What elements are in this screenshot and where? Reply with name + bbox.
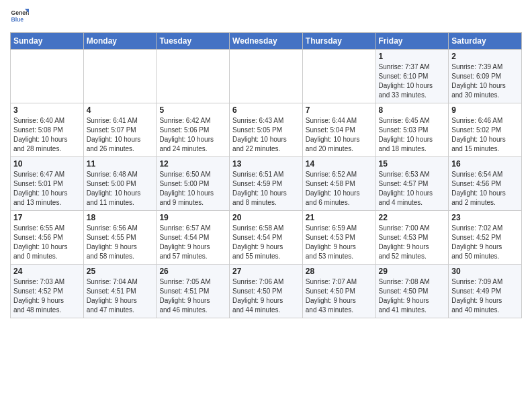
day-header-thursday: Thursday bbox=[302, 33, 375, 50]
day-info: Sunrise: 7:09 AMSunset: 4:49 PMDaylight:… bbox=[451, 277, 519, 315]
day-number: 23 bbox=[451, 213, 519, 222]
day-cell: 2Sunrise: 7:39 AMSunset: 6:09 PMDaylight… bbox=[449, 50, 522, 103]
day-cell: 4Sunrise: 6:41 AMSunset: 5:07 PMDaylight… bbox=[83, 103, 157, 157]
day-cell: 8Sunrise: 6:45 AMSunset: 5:03 PMDaylight… bbox=[375, 103, 449, 157]
day-info: Sunrise: 6:50 AMSunset: 5:00 PMDaylight:… bbox=[159, 170, 226, 208]
day-info: Sunrise: 6:45 AMSunset: 5:03 PMDaylight:… bbox=[379, 116, 446, 154]
day-number: 29 bbox=[379, 267, 446, 276]
day-number: 21 bbox=[306, 213, 373, 222]
day-cell: 27Sunrise: 7:06 AMSunset: 4:50 PMDayligh… bbox=[230, 265, 303, 318]
day-info: Sunrise: 7:02 AMSunset: 4:52 PMDaylight:… bbox=[451, 224, 519, 261]
day-number: 2 bbox=[451, 52, 519, 61]
day-number: 28 bbox=[306, 267, 373, 276]
day-info: Sunrise: 6:48 AMSunset: 5:00 PMDaylight:… bbox=[87, 170, 154, 208]
day-info: Sunrise: 6:47 AMSunset: 5:01 PMDaylight:… bbox=[13, 170, 81, 208]
day-info: Sunrise: 6:57 AMSunset: 4:54 PMDaylight:… bbox=[159, 224, 226, 261]
day-info: Sunrise: 6:54 AMSunset: 4:56 PMDaylight:… bbox=[451, 170, 519, 208]
page: General Blue SundayMondayTuesdayWednesda… bbox=[0, 0, 532, 328]
day-number: 25 bbox=[87, 267, 154, 276]
day-cell: 28Sunrise: 7:07 AMSunset: 4:50 PMDayligh… bbox=[302, 265, 375, 318]
day-cell: 13Sunrise: 6:51 AMSunset: 4:59 PMDayligh… bbox=[230, 157, 303, 211]
day-cell bbox=[11, 50, 84, 103]
day-cell bbox=[157, 50, 230, 103]
day-number: 13 bbox=[232, 159, 300, 169]
day-number: 19 bbox=[159, 213, 226, 222]
day-number: 26 bbox=[159, 267, 226, 276]
day-number: 7 bbox=[306, 105, 373, 115]
day-info: Sunrise: 6:44 AMSunset: 5:04 PMDaylight:… bbox=[306, 116, 373, 154]
day-cell: 16Sunrise: 6:54 AMSunset: 4:56 PMDayligh… bbox=[449, 157, 522, 211]
day-number: 17 bbox=[13, 213, 81, 222]
day-number: 8 bbox=[379, 105, 446, 115]
day-header-wednesday: Wednesday bbox=[230, 33, 303, 50]
day-header-friday: Friday bbox=[375, 33, 449, 50]
day-info: Sunrise: 6:52 AMSunset: 4:58 PMDaylight:… bbox=[306, 170, 373, 208]
day-cell: 12Sunrise: 6:50 AMSunset: 5:00 PMDayligh… bbox=[157, 157, 230, 211]
svg-text:General: General bbox=[11, 9, 29, 16]
day-number: 24 bbox=[13, 267, 81, 276]
day-cell: 21Sunrise: 6:59 AMSunset: 4:53 PMDayligh… bbox=[302, 211, 375, 265]
day-info: Sunrise: 6:46 AMSunset: 5:02 PMDaylight:… bbox=[451, 116, 519, 154]
day-number: 22 bbox=[379, 213, 446, 222]
day-cell: 20Sunrise: 6:58 AMSunset: 4:54 PMDayligh… bbox=[230, 211, 303, 265]
day-info: Sunrise: 7:07 AMSunset: 4:50 PMDaylight:… bbox=[306, 277, 373, 315]
day-info: Sunrise: 6:51 AMSunset: 4:59 PMDaylight:… bbox=[232, 170, 300, 208]
day-cell: 30Sunrise: 7:09 AMSunset: 4:49 PMDayligh… bbox=[449, 265, 522, 318]
header: General Blue bbox=[10, 7, 522, 26]
day-info: Sunrise: 6:58 AMSunset: 4:54 PMDaylight:… bbox=[232, 224, 300, 261]
day-info: Sunrise: 6:40 AMSunset: 5:08 PMDaylight:… bbox=[13, 116, 81, 154]
day-number: 12 bbox=[159, 159, 226, 169]
day-cell bbox=[83, 50, 157, 103]
day-cell: 26Sunrise: 7:05 AMSunset: 4:51 PMDayligh… bbox=[157, 265, 230, 318]
day-number: 5 bbox=[159, 105, 226, 115]
day-info: Sunrise: 7:39 AMSunset: 6:09 PMDaylight:… bbox=[451, 62, 519, 100]
day-cell bbox=[302, 50, 375, 103]
day-cell: 23Sunrise: 7:02 AMSunset: 4:52 PMDayligh… bbox=[449, 211, 522, 265]
day-number: 14 bbox=[306, 159, 373, 169]
week-row-1: 1Sunrise: 7:37 AMSunset: 6:10 PMDaylight… bbox=[11, 50, 522, 103]
day-number: 18 bbox=[87, 213, 154, 222]
calendar-header-row: SundayMondayTuesdayWednesdayThursdayFrid… bbox=[11, 33, 522, 50]
svg-text:Blue: Blue bbox=[11, 16, 24, 23]
logo: General Blue bbox=[10, 7, 29, 26]
day-number: 6 bbox=[232, 105, 300, 115]
day-cell: 7Sunrise: 6:44 AMSunset: 5:04 PMDaylight… bbox=[302, 103, 375, 157]
day-cell: 3Sunrise: 6:40 AMSunset: 5:08 PMDaylight… bbox=[11, 103, 84, 157]
day-info: Sunrise: 6:53 AMSunset: 4:57 PMDaylight:… bbox=[379, 170, 446, 208]
week-row-4: 17Sunrise: 6:55 AMSunset: 4:56 PMDayligh… bbox=[11, 211, 522, 265]
day-header-sunday: Sunday bbox=[11, 33, 84, 50]
week-row-5: 24Sunrise: 7:03 AMSunset: 4:52 PMDayligh… bbox=[11, 265, 522, 318]
day-info: Sunrise: 6:55 AMSunset: 4:56 PMDaylight:… bbox=[13, 224, 81, 261]
day-info: Sunrise: 6:43 AMSunset: 5:05 PMDaylight:… bbox=[232, 116, 300, 154]
day-info: Sunrise: 7:37 AMSunset: 6:10 PMDaylight:… bbox=[379, 62, 446, 100]
day-number: 15 bbox=[379, 159, 446, 169]
day-number: 27 bbox=[232, 267, 300, 276]
day-cell: 22Sunrise: 7:00 AMSunset: 4:53 PMDayligh… bbox=[375, 211, 449, 265]
day-info: Sunrise: 7:06 AMSunset: 4:50 PMDaylight:… bbox=[232, 277, 300, 315]
day-cell bbox=[230, 50, 303, 103]
week-row-3: 10Sunrise: 6:47 AMSunset: 5:01 PMDayligh… bbox=[11, 157, 522, 211]
day-number: 9 bbox=[451, 105, 519, 115]
day-info: Sunrise: 6:41 AMSunset: 5:07 PMDaylight:… bbox=[87, 116, 154, 154]
day-number: 1 bbox=[379, 52, 446, 61]
day-cell: 9Sunrise: 6:46 AMSunset: 5:02 PMDaylight… bbox=[449, 103, 522, 157]
day-info: Sunrise: 7:05 AMSunset: 4:51 PMDaylight:… bbox=[159, 277, 226, 315]
day-cell: 1Sunrise: 7:37 AMSunset: 6:10 PMDaylight… bbox=[375, 50, 449, 103]
day-cell: 25Sunrise: 7:04 AMSunset: 4:51 PMDayligh… bbox=[83, 265, 157, 318]
day-header-tuesday: Tuesday bbox=[157, 33, 230, 50]
day-number: 20 bbox=[232, 213, 300, 222]
day-number: 30 bbox=[451, 267, 519, 276]
logo-icon: General Blue bbox=[10, 7, 29, 26]
day-number: 3 bbox=[13, 105, 81, 115]
day-cell: 5Sunrise: 6:42 AMSunset: 5:06 PMDaylight… bbox=[157, 103, 230, 157]
day-info: Sunrise: 7:08 AMSunset: 4:50 PMDaylight:… bbox=[379, 277, 446, 315]
day-cell: 24Sunrise: 7:03 AMSunset: 4:52 PMDayligh… bbox=[11, 265, 84, 318]
day-cell: 6Sunrise: 6:43 AMSunset: 5:05 PMDaylight… bbox=[230, 103, 303, 157]
day-cell: 29Sunrise: 7:08 AMSunset: 4:50 PMDayligh… bbox=[375, 265, 449, 318]
week-row-2: 3Sunrise: 6:40 AMSunset: 5:08 PMDaylight… bbox=[11, 103, 522, 157]
day-cell: 18Sunrise: 6:56 AMSunset: 4:55 PMDayligh… bbox=[83, 211, 157, 265]
day-number: 11 bbox=[87, 159, 154, 169]
calendar: SundayMondayTuesdayWednesdayThursdayFrid… bbox=[10, 32, 522, 318]
day-header-saturday: Saturday bbox=[449, 33, 522, 50]
day-cell: 15Sunrise: 6:53 AMSunset: 4:57 PMDayligh… bbox=[375, 157, 449, 211]
